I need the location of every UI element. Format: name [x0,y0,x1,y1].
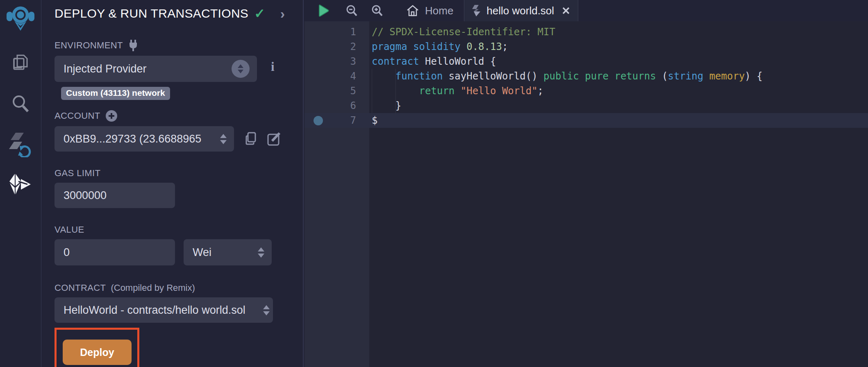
code-line[interactable]: 6 } [304,98,868,113]
environment-stepper-icon[interactable] [232,60,250,78]
code-line[interactable]: 5 return "Hello World"; [304,84,868,98]
close-icon[interactable] [561,6,570,15]
remix-logo[interactable] [6,2,35,34]
account-value: 0xBB9...29733 (23.6688965 [64,133,216,145]
network-badge: Custom (43113) network [61,87,170,100]
editor-pane: Home hello world.sol [304,0,868,367]
solidity-compiler-icon[interactable] [6,132,35,157]
code-line[interactable]: 3contract HelloWorld { [304,54,868,69]
tab-file-label: hello world.sol [486,5,554,17]
value-unit-select[interactable]: Wei [184,239,272,265]
zoom-in-icon[interactable] [371,5,383,17]
check-icon: ✓ [254,6,265,21]
line-number[interactable]: 1 [332,26,356,38]
contract-value: HelloWorld - contracts/hello world.sol [64,304,259,317]
environment-value: Injected Provider [64,63,232,75]
code-text[interactable]: return "Hello World"; [372,85,543,97]
contract-label-note: (Compiled by Remix) [111,283,195,293]
line-number[interactable]: 3 [332,56,356,67]
add-account-icon[interactable] [105,110,118,122]
plug-icon [128,39,139,52]
value-label: VALUE [55,224,303,235]
account-label: ACCOUNT [55,111,100,121]
value-unit: Wei [193,246,254,259]
deploy-run-panel: DEPLOY & RUN TRANSACTIONS ✓ › ENVIRONMEN… [41,0,304,367]
contract-label: CONTRACT [55,283,106,293]
deploy-button[interactable]: Deploy [63,340,132,365]
contract-label-row: CONTRACT (Compiled by Remix) [55,283,303,293]
environment-label: ENVIRONMENT [55,40,123,51]
remix-ide-window: DEPLOY & RUN TRANSACTIONS ✓ › ENVIRONMEN… [0,0,868,367]
gas-limit-input[interactable]: 3000000 [55,183,175,208]
environment-label-row: ENVIRONMENT [55,39,303,52]
code-text[interactable]: // SPDX-License-Identifier: MIT [372,26,555,38]
account-stepper-icon[interactable] [220,134,227,144]
copy-icon[interactable] [243,131,258,147]
tab-hello-world-sol[interactable]: hello world.sol [464,0,578,21]
tab-home[interactable]: Home [398,0,461,21]
code-text[interactable]: $ [372,115,377,126]
home-icon [406,5,419,17]
run-icon[interactable] [318,4,329,17]
panel-header: DEPLOY & RUN TRANSACTIONS ✓ › [55,6,297,21]
code-line[interactable]: 1// SPDX-License-Identifier: MIT [304,25,868,39]
breakpoint-dot[interactable] [304,116,332,125]
deploy-run-icon[interactable] [6,172,35,197]
contract-select[interactable]: HelloWorld - contracts/hello world.sol [55,297,273,323]
unit-stepper-icon[interactable] [258,247,264,258]
code-text[interactable]: function sayHelloWorld() public pure ret… [372,70,763,82]
line-number[interactable]: 4 [332,70,356,82]
code-line[interactable]: 2pragma solidity 0.8.13; [304,39,868,54]
code-text[interactable]: } [372,100,401,111]
solidity-file-icon [472,5,481,17]
search-icon[interactable] [6,93,35,115]
file-explorer-icon[interactable] [6,52,35,75]
zoom-out-icon[interactable] [345,5,358,17]
icon-rail [0,0,41,367]
code-text[interactable]: contract HelloWorld { [372,56,496,67]
line-number[interactable]: 2 [332,41,356,52]
account-select[interactable]: 0xBB9...29733 (23.6688965 [55,126,234,152]
contract-stepper-icon[interactable] [263,305,270,315]
info-icon[interactable]: i [271,59,275,74]
code-text[interactable]: pragma solidity 0.8.13; [372,41,508,52]
value-amount: 0 [64,246,70,259]
gas-limit-label: GAS LIMIT [55,168,303,179]
line-number[interactable]: 5 [332,85,356,97]
code-line[interactable]: 4 function sayHelloWorld() public pure r… [304,69,868,84]
code-line[interactable]: 7$ [304,113,868,128]
value-input[interactable]: 0 [55,239,175,265]
account-label-row: ACCOUNT [55,110,303,122]
editor-tabbar: Home hello world.sol [304,0,868,21]
tab-home-label: Home [425,5,453,17]
chevron-right-icon[interactable]: › [280,7,285,20]
gas-limit-value: 3000000 [64,189,107,202]
line-number[interactable]: 6 [332,100,356,111]
panel-title: DEPLOY & RUN TRANSACTIONS [55,7,248,20]
code-editor[interactable]: 1// SPDX-License-Identifier: MIT2pragma … [304,21,868,367]
code-lines: 1// SPDX-License-Identifier: MIT2pragma … [304,25,868,128]
highlight-rectangle: Deploy [55,328,139,367]
environment-select[interactable]: Injected Provider [55,56,257,82]
edit-icon[interactable] [267,131,282,147]
line-number[interactable]: 7 [332,115,356,126]
